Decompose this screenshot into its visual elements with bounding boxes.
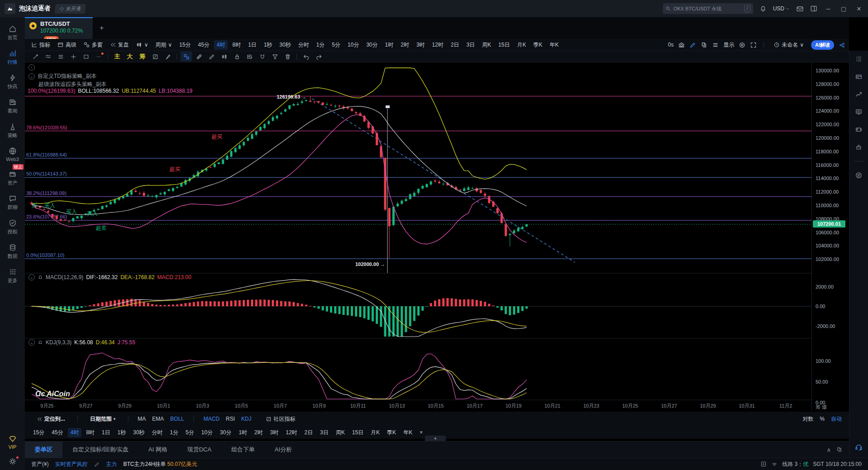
bottom-timeframe-10分[interactable]: 10分 [198,428,215,437]
maximize-button[interactable]: ▢ [839,5,848,12]
timeframe-1日[interactable]: 1日 [245,40,259,50]
bottom-timeframe-2时[interactable]: 2时 [252,428,266,437]
timeframe-分时[interactable]: 分时 [295,40,311,50]
timeframe-1时[interactable]: 1时 [382,40,396,50]
advanced-button[interactable]: 高级 [55,40,79,50]
note-tool[interactable] [244,52,255,62]
bottom-timeframe-12时[interactable]: 12时 [283,428,300,437]
bottom-timeframe-30分[interactable]: 30分 [217,428,234,437]
sidebar-item-more[interactable]: 更多 [0,264,25,288]
ai-analysis-button[interactable]: AI解读 [811,40,834,50]
bottom-timeframe-2日[interactable]: 2日 [302,428,316,437]
panel-layout-icon[interactable] [810,5,817,12]
cross-tool[interactable] [67,52,79,62]
timeframe-45分[interactable]: 45分 [195,40,212,50]
filter-tool[interactable] [269,52,281,62]
popout-icon[interactable] [836,446,843,453]
parallel-lines-tool[interactable] [42,52,54,62]
axis-extra-labels[interactable]: 筹 爆 [816,404,827,411]
pen-tool[interactable] [206,52,217,62]
candlestick-chart[interactable]: 78.6%(121039.55)61.8%(116988.64)50.0%(11… [25,62,811,411]
magnet-tool[interactable] [256,52,268,62]
trend-icon[interactable] [855,90,863,98]
bottom-tab-组合下单[interactable]: 组合下单 [222,442,265,458]
indicator-button[interactable]: 指标 [28,40,53,50]
timeframe-10分[interactable]: 10分 [345,40,362,50]
locate-button[interactable]: 定位到... [34,414,68,424]
mail-icon[interactable] [796,5,804,13]
ruler-tool[interactable] [193,52,205,62]
minimize-button[interactable]: ─ [824,5,833,12]
line-status[interactable]: 线路 3：优 [782,461,808,468]
trash-tool[interactable] [282,52,293,62]
sidebar-item-strategy[interactable]: 策略 [0,119,25,143]
exchange-icon[interactable] [855,171,863,179]
panel-list-icon[interactable] [855,55,863,63]
undo-tool[interactable] [300,52,312,62]
bottom-timeframe-30秒[interactable]: 30秒 [130,428,147,437]
bottom-tab-现货DCA[interactable]: 现货DCA [177,442,221,458]
add-tab-button[interactable]: + [93,17,111,39]
date-range-button[interactable]: 日期范围▾ [87,414,118,424]
timeframe-2时[interactable]: 2时 [398,40,412,50]
trendline-tool[interactable] [29,52,41,62]
chart-area[interactable]: 78.6%(121039.55)61.8%(116988.64)50.0%(11… [25,62,849,411]
etf-icon[interactable] [855,126,863,133]
overlay-icon[interactable] [701,42,708,48]
bottom-tab-委单区[interactable]: 委单区 [25,442,62,458]
share-icon[interactable] [839,42,845,48]
collapse-panel-button[interactable]: ▲ [425,436,446,441]
overlay-toggle-MA[interactable]: MA [138,416,146,422]
risk-control-link[interactable]: 实时资产风控 [55,461,88,468]
bottom-timeframe-8时[interactable]: 8时 [83,428,97,437]
community-indicators-button[interactable]: 社区指标 [263,414,298,424]
pattern-tool[interactable] [218,52,230,62]
bottom-timeframe-4时[interactable]: 4时 [68,428,82,437]
sidebar-item-news[interactable]: 要闻 [0,94,25,119]
bottom-timeframe-周K[interactable]: 周K [333,428,348,437]
close-button[interactable]: ✕ [854,5,863,12]
timeframe-30秒[interactable]: 30秒 [277,40,293,50]
period-dropdown[interactable]: 周期∨ [153,40,175,50]
strategy-label-2[interactable]: 超级波段追踪多头策略_副本 [38,81,107,88]
list-icon[interactable] [712,42,719,48]
bottom-timeframe-15分[interactable]: 15分 [30,428,47,437]
bottom-timeframe-1时[interactable]: 1时 [236,428,250,437]
sidebar-item-web3[interactable]: Web3 [0,143,25,166]
sidebar-item-auth[interactable]: 授权 [0,215,25,239]
sidebar-item-market[interactable]: 行情 [0,45,25,70]
bottom-timeframe-15日[interactable]: 15日 [349,428,366,437]
timeframe-30分[interactable]: 30分 [363,40,380,50]
sidebar-item-vip[interactable]: VIP [0,431,25,454]
select-tool[interactable] [180,52,192,62]
brush-tool[interactable] [162,52,174,62]
bottom-timeframe-3时[interactable]: 3时 [267,428,281,437]
membership-badge[interactable]: 未开通 [55,4,86,14]
chart-type-dropdown[interactable]: ∨ [133,41,151,49]
shortcut-icon[interactable] [760,461,767,467]
customer-service-icon[interactable] [854,443,863,451]
overlay-toggle-BOLL[interactable]: BOLL [170,416,184,422]
timeframe-1分[interactable]: 1分 [313,40,327,50]
timeframe-月K[interactable]: 月K [514,40,529,50]
kdj-header[interactable]: ⌄ KDJ(9,3,3)K:56.08D:46.34J:75.55 [28,339,135,346]
bottom-tab-AI分析[interactable]: AI分析 [265,442,302,458]
asset-label[interactable]: 资产(¥) [31,461,49,468]
alert-icon[interactable] [38,275,43,280]
timeframe-3时[interactable]: 3时 [414,40,428,50]
layout-selector[interactable]: 未命名∨ [771,40,807,50]
redo-tool[interactable] [313,52,325,62]
overlay-toggle-EMA[interactable]: EMA [152,416,164,422]
text-main[interactable]: 主 [111,52,123,62]
price-axis[interactable]: 130000.00128000.00126000.00124000.001220… [811,62,849,411]
search-input[interactable]: OKX BTC/USDT 永续 / [663,3,753,14]
main-force-selector[interactable]: 主力 [106,461,117,468]
timeframe-12时[interactable]: 12时 [429,40,446,50]
bottom-tab-自定义指标/回测/实盘[interactable]: 自定义指标/回测/实盘 [62,442,138,458]
bottom-timeframe-45分[interactable]: 45分 [49,428,66,437]
screenshot-icon[interactable] [678,42,685,48]
symbol-tab-btcusdt[interactable]: ◆ BTC/USDT 107200.00 0.72% NEW [25,17,93,39]
lock-tool[interactable] [231,52,243,62]
indicator-toggle-RSI[interactable]: RSI [226,416,235,422]
bottom-timeframe-5分[interactable]: 5分 [183,428,197,437]
